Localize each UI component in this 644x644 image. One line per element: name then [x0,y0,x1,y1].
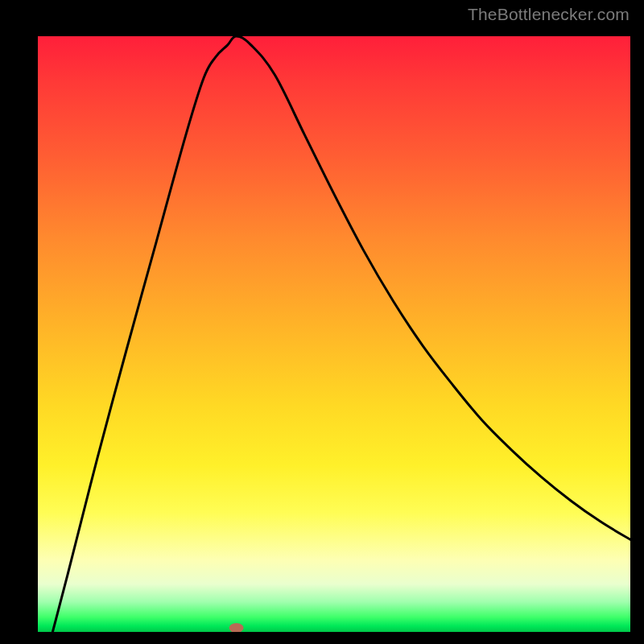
plot-area [38,36,630,632]
chart-frame [12,12,632,632]
minimum-marker [229,623,244,632]
bottleneck-curve [52,36,630,632]
watermark-text: TheBottlenecker.com [468,5,630,24]
curve-svg [38,36,630,632]
